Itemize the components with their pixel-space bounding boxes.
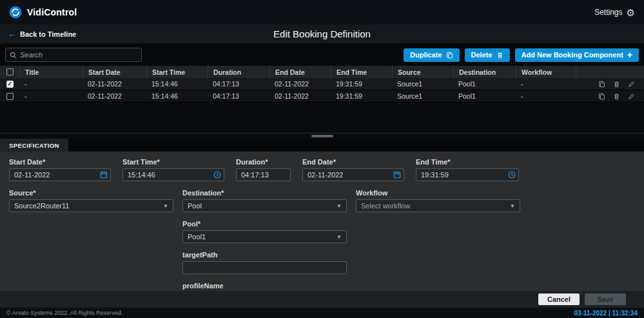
search-input[interactable] — [20, 51, 137, 59]
toolbar-buttons: Duplicate Delete Add New Booking Compone… — [404, 48, 639, 62]
destination-label: Destination* — [182, 189, 347, 197]
settings-button[interactable]: Settings ⚙ — [594, 8, 635, 17]
profile-name-label: profileName — [182, 282, 347, 290]
footer: © Arvato Systems 2022. All Rights Reserv… — [0, 308, 644, 318]
form-row-targetpath: targetPath — [9, 251, 635, 274]
gear-icon: ⚙ — [627, 8, 635, 17]
table-row[interactable]: - 02-11-2022 15:14:46 04:17:13 02-11-202… — [0, 90, 644, 103]
form-action-bar: Cancel Save — [0, 291, 644, 308]
row-destination: Pool1 — [453, 80, 516, 88]
end-time-field: End Time* — [416, 158, 519, 181]
form-row-routing: Source* Source2Router11 ▼ Destination* P… — [9, 189, 635, 212]
row-checkbox[interactable] — [6, 93, 14, 100]
target-path-label: targetPath — [182, 251, 347, 259]
row-actions — [576, 81, 644, 88]
clock-icon[interactable] — [213, 171, 221, 179]
row-end-time: 19:31:59 — [331, 92, 392, 100]
chevron-down-icon: ▼ — [510, 203, 515, 209]
brand: VidiControl — [9, 6, 77, 19]
edit-icon[interactable] — [628, 81, 635, 88]
calendar-icon[interactable] — [100, 171, 108, 179]
add-new-booking-component-button[interactable]: Add New Booking Component + — [515, 48, 639, 62]
duplicate-button[interactable]: Duplicate — [404, 48, 460, 62]
duration-label: Duration* — [236, 158, 291, 166]
source-select[interactable]: Source2Router11 ▼ — [9, 199, 173, 212]
edit-icon[interactable] — [628, 93, 635, 100]
copy-icon[interactable] — [598, 81, 605, 88]
end-date-input[interactable] — [302, 168, 404, 181]
trash-icon[interactable] — [613, 93, 620, 100]
select-all-checkbox[interactable] — [6, 68, 14, 75]
vidicontrol-logo-icon — [9, 6, 22, 19]
end-date-label: End Date* — [302, 158, 404, 166]
workflow-select[interactable]: Select workflow ▼ — [356, 199, 520, 212]
panel-splitter[interactable] — [0, 133, 644, 139]
row-duration: 04:17:13 — [208, 80, 269, 88]
app-window: VidiControl Settings ⚙ ← Back to Timelin… — [0, 0, 644, 318]
chevron-down-icon: ▼ — [337, 234, 342, 240]
end-time-input[interactable] — [416, 168, 519, 181]
row-checkbox[interactable] — [6, 81, 14, 88]
row-end-time: 19:31:59 — [331, 80, 392, 88]
destination-field: Destination* Pool ▼ — [182, 189, 347, 212]
workflow-label: Workflow — [356, 189, 520, 197]
start-date-field: Start Date* — [9, 158, 111, 181]
start-time-input[interactable] — [122, 168, 224, 181]
col-source: Source — [392, 66, 453, 78]
tab-specification[interactable]: SPECIFICATION — [0, 139, 68, 152]
row-start-date: 02-11-2022 — [83, 80, 146, 88]
row-start-time: 15:14:46 — [146, 80, 208, 88]
copyright-text: © Arvato Systems 2022. All Rights Reserv… — [6, 310, 122, 316]
duration-input[interactable] — [236, 168, 291, 181]
row-end-date: 02-11-2022 — [269, 92, 331, 100]
target-path-input[interactable] — [182, 261, 347, 274]
calendar-icon[interactable] — [393, 171, 401, 179]
back-to-timeline-link[interactable]: ← Back to Timeline — [8, 29, 76, 39]
back-arrow-icon: ← — [8, 29, 16, 39]
search-icon — [10, 52, 17, 59]
pool-select[interactable]: Pool1 ▼ — [182, 230, 347, 243]
chevron-down-icon: ▼ — [163, 203, 168, 209]
cancel-button[interactable]: Cancel — [538, 293, 580, 305]
tab-strip: SPECIFICATION — [0, 139, 644, 152]
delete-label: Delete — [471, 51, 493, 59]
col-destination: Destination — [453, 66, 516, 78]
clock-icon[interactable] — [508, 171, 516, 179]
back-label: Back to Timeline — [20, 30, 76, 38]
col-end-date: End Date — [269, 66, 331, 78]
trash-icon[interactable] — [613, 81, 620, 88]
plus-icon: + — [627, 50, 632, 59]
col-end-time: End Time — [331, 66, 392, 78]
row-workflow: - — [516, 80, 576, 88]
duplicate-label: Duplicate — [410, 51, 442, 59]
end-time-label: End Time* — [416, 158, 519, 166]
specification-form: Start Date* Start Time* Duration* — [0, 152, 644, 291]
row-actions — [576, 93, 644, 100]
duplicate-icon — [446, 52, 453, 59]
table-header-row: Title Start Date Start Time Duration End… — [0, 66, 644, 78]
pool-field: Pool* Pool1 ▼ — [182, 220, 347, 243]
add-label: Add New Booking Component — [522, 51, 623, 59]
row-destination: Pool1 — [453, 92, 516, 100]
copy-icon[interactable] — [598, 93, 605, 100]
row-start-time: 15:14:46 — [146, 92, 208, 100]
form-row-pool: Pool* Pool1 ▼ — [9, 220, 635, 243]
start-date-label: Start Date* — [9, 158, 111, 166]
col-title: Title — [19, 66, 83, 78]
footer-datetime: 03-11-2022 | 11:32:34 — [574, 310, 638, 317]
col-start-date: Start Date — [83, 66, 146, 78]
duration-field: Duration* — [236, 158, 291, 181]
row-title: - — [19, 92, 83, 100]
start-time-label: Start Time* — [122, 158, 224, 166]
form-row-times: Start Date* Start Time* Duration* — [9, 158, 635, 181]
delete-button[interactable]: Delete — [465, 48, 510, 62]
start-date-input[interactable] — [9, 168, 111, 181]
settings-label: Settings — [594, 8, 622, 17]
start-time-field: Start Time* — [122, 158, 224, 181]
row-duration: 04:17:13 — [208, 92, 269, 100]
save-button[interactable]: Save — [585, 293, 626, 305]
table-row[interactable]: - 02-11-2022 15:14:46 04:17:13 02-11-202… — [0, 78, 644, 90]
col-duration: Duration — [208, 66, 269, 78]
destination-select[interactable]: Pool ▼ — [182, 199, 347, 212]
row-workflow: - — [516, 92, 576, 100]
